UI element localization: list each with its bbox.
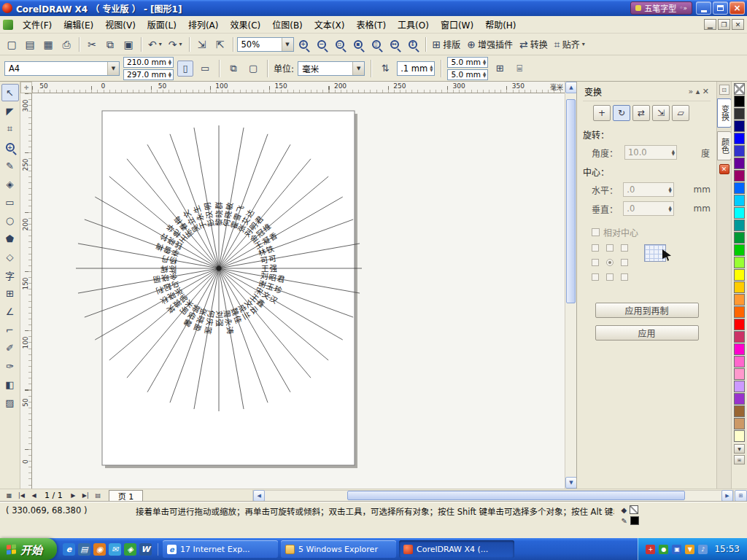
chevron-down-icon[interactable]: ▼ xyxy=(107,62,119,75)
plugins-button[interactable]: ⊕增强插件 xyxy=(464,36,516,53)
previous-page-button[interactable]: ◀ xyxy=(28,490,40,501)
docker-tab-transform[interactable]: 变换 xyxy=(717,98,732,128)
anchor-center-radio[interactable] xyxy=(606,259,614,266)
ellipse-tool[interactable]: ○ xyxy=(1,211,19,229)
export-button[interactable]: ⇱ xyxy=(212,36,229,53)
spinner-arrows-icon[interactable]: ▲▼ xyxy=(668,187,671,193)
menu-arrange[interactable]: 排列(A) xyxy=(182,16,225,33)
menu-view[interactable]: 视图(V) xyxy=(99,16,142,33)
center-v-input[interactable]: .0 ▲▼ xyxy=(623,201,673,216)
duplicate-x-input[interactable]: 5.0 mm▲▼ xyxy=(447,57,488,68)
color-swatch[interactable] xyxy=(734,405,745,417)
menu-help[interactable]: 帮助(H) xyxy=(479,16,522,33)
transform-scale-button[interactable]: ⇄ xyxy=(632,105,650,121)
next-page-button[interactable]: ▶ xyxy=(67,490,80,501)
anchor-cell[interactable] xyxy=(621,244,628,252)
eyedropper-tool[interactable]: ✐ xyxy=(1,339,19,357)
copy-button[interactable]: ⧉ xyxy=(101,36,119,53)
current-page-button[interactable]: ▢ xyxy=(245,61,261,77)
spinner-arrows-icon[interactable]: ▲▼ xyxy=(483,59,486,66)
paper-width-input[interactable]: 210.0 mm▲▼ xyxy=(123,57,174,68)
ql-word[interactable]: W xyxy=(139,543,152,556)
color-swatch[interactable] xyxy=(734,195,745,206)
horizontal-ruler[interactable]: 50050100150200250300350毫米 xyxy=(32,82,565,93)
relative-center-checkbox[interactable]: 相对中心 xyxy=(592,226,711,238)
apply-button[interactable]: 应用 xyxy=(595,325,699,341)
color-swatch[interactable] xyxy=(734,356,745,368)
undo-button[interactable]: ↶▾ xyxy=(145,36,165,53)
horizontal-scroll-track[interactable] xyxy=(265,491,721,501)
color-swatch[interactable] xyxy=(734,96,745,107)
color-swatch[interactable] xyxy=(734,257,745,268)
no-color-swatch[interactable] xyxy=(734,83,745,95)
zoom-all-button[interactable]: ▪ xyxy=(349,36,367,53)
docker-close-button[interactable]: ✕ xyxy=(719,164,729,174)
spinner-arrows-icon[interactable]: ▲▼ xyxy=(169,71,171,78)
close-button[interactable]: × xyxy=(729,1,745,15)
new-button[interactable]: ▢ xyxy=(3,36,20,53)
all-pages-button[interactable]: ⧉ xyxy=(225,61,241,77)
menu-effects[interactable]: 效果(C) xyxy=(224,16,266,33)
angle-input[interactable]: 10.0 ▲▼ xyxy=(624,145,677,160)
minimize-button[interactable] xyxy=(696,1,711,15)
scroll-left-icon[interactable]: ◀ xyxy=(253,490,265,502)
units-select[interactable]: 毫米 ▼ xyxy=(298,61,365,76)
color-swatch[interactable] xyxy=(734,430,745,442)
horizontal-scroll-thumb[interactable] xyxy=(347,491,685,500)
shape-tool[interactable]: ◤ xyxy=(1,102,19,120)
transform-position-button[interactable]: + xyxy=(593,105,611,121)
first-page-button[interactable]: |◀ xyxy=(15,490,28,501)
start-button[interactable]: 开始 xyxy=(0,538,57,560)
spinner-arrows-icon[interactable]: ▲▼ xyxy=(169,59,171,66)
color-swatch[interactable] xyxy=(734,182,745,194)
color-swatch[interactable] xyxy=(734,331,745,343)
menu-tools[interactable]: 工具(O) xyxy=(392,16,435,33)
ime-options-icon[interactable]: ◦» xyxy=(679,4,687,12)
color-swatch[interactable] xyxy=(734,381,745,392)
print-button[interactable]: ⎙ xyxy=(58,36,75,53)
zoom-tool[interactable]: + xyxy=(1,139,19,156)
color-swatch[interactable] xyxy=(734,133,745,144)
landscape-button[interactable]: ▭ xyxy=(197,61,213,77)
page-menu-button[interactable]: ▤ xyxy=(92,490,104,501)
tray-security-icon[interactable]: + xyxy=(646,545,655,554)
vertical-ruler[interactable]: 300250200150100500 xyxy=(20,93,32,489)
spinner-arrows-icon[interactable]: ▲▼ xyxy=(672,149,675,156)
task-windows-explorer[interactable]: 5 Windows Explorer xyxy=(281,540,396,558)
color-swatch[interactable] xyxy=(734,393,745,405)
portrait-button[interactable]: ▯ xyxy=(177,61,193,77)
color-swatch[interactable] xyxy=(734,120,745,132)
duplicate-y-input[interactable]: 5.0 mm▲▼ xyxy=(447,69,488,80)
transform-rotate-button[interactable]: ↻ xyxy=(613,105,630,121)
color-swatch[interactable] xyxy=(734,418,745,429)
basic-shapes-tool[interactable]: ◇ xyxy=(1,248,19,265)
tray-display-icon[interactable]: ▣ xyxy=(672,545,681,554)
canvas-viewport[interactable]: 王强刘昭君谢玉珍宋文汉王鑫文云成兰魏佳周永涛刘强何庆莲张晓盈郭俊馨米明邹微笑张晓… xyxy=(32,93,565,489)
task-internet-explorer[interactable]: e17 Internet Exp... xyxy=(163,540,278,558)
vertical-scrollbar[interactable]: ▲ ▼ xyxy=(565,82,576,489)
anchor-cell[interactable] xyxy=(621,273,628,281)
mdi-restore-button[interactable]: ❐ xyxy=(718,19,730,30)
color-swatch[interactable] xyxy=(734,219,745,231)
rectangle-tool[interactable]: ▭ xyxy=(1,193,19,211)
menu-table[interactable]: 表格(T) xyxy=(350,16,392,33)
mdi-minimize-button[interactable]: ▁ xyxy=(704,19,716,30)
tray-update-icon[interactable]: ▼ xyxy=(685,545,694,554)
ql-outlook[interactable]: ✉ xyxy=(109,543,121,556)
freehand-tool[interactable]: ✎ xyxy=(1,157,19,174)
snap-settings-button[interactable]: ⊞ xyxy=(492,61,508,77)
color-swatch[interactable] xyxy=(734,269,745,281)
spinner-arrows-icon[interactable]: ▲▼ xyxy=(668,206,671,212)
task-coreldraw[interactable]: CorelDRAW X4 (... xyxy=(399,540,514,558)
import-button[interactable]: ⇲ xyxy=(193,36,211,53)
restore-button[interactable] xyxy=(713,1,728,15)
page-tab[interactable]: 页 1 xyxy=(109,490,144,502)
tray-chat-icon[interactable]: ● xyxy=(659,545,668,554)
nudge-input[interactable]: .1 mm▲▼ xyxy=(397,61,435,76)
color-swatch[interactable] xyxy=(734,207,745,219)
horizontal-scrollbar[interactable]: ◀ ▶ xyxy=(252,490,734,502)
chevron-down-icon[interactable]: ▼ xyxy=(282,38,293,51)
imposition-button[interactable]: ⊞排版 xyxy=(430,36,464,53)
apply-to-duplicate-button[interactable]: 应用到再制 xyxy=(595,303,699,318)
drawing-canvas[interactable]: 王强刘昭君谢玉珍宋文汉王鑫文云成兰魏佳周永涛刘强何庆莲张晓盈郭俊馨米明邹微笑张晓… xyxy=(32,93,565,489)
